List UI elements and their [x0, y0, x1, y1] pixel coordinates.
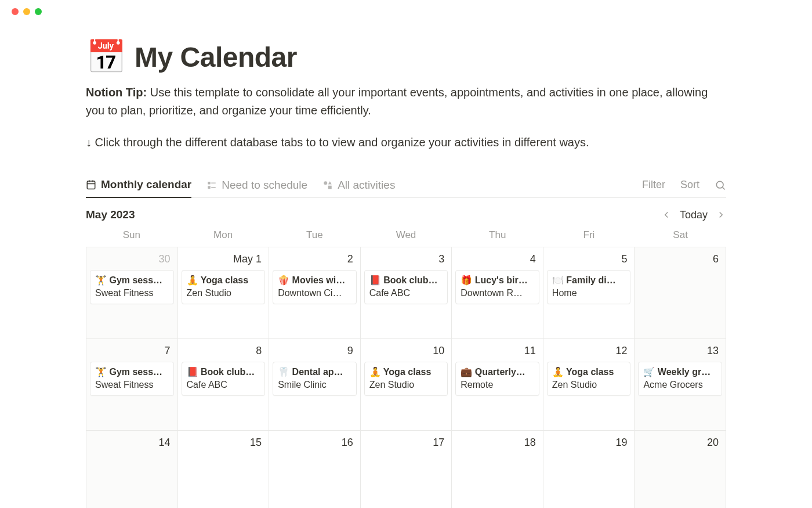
page-icon[interactable]: 📅 — [86, 41, 126, 73]
date-number: 7 — [90, 343, 174, 362]
fullscreen-window-button[interactable] — [35, 8, 42, 15]
minimize-window-button[interactable] — [23, 8, 30, 15]
event-card[interactable]: 🎁 Lucy's bir…Downtown R… — [455, 270, 539, 304]
tab-label: Need to schedule — [222, 179, 307, 192]
tip-label: Notion Tip: — [86, 86, 147, 99]
calendar-grid: 30🏋️ Gym sess…Sweat FitnessMay 1🧘 Yoga c… — [86, 247, 726, 508]
date-number: 6 — [638, 251, 722, 270]
date-number: 3 — [364, 251, 448, 270]
next-month-button[interactable] — [716, 210, 726, 220]
event-location: Cafe ABC — [187, 379, 260, 391]
event-card[interactable]: 🧘 Yoga classZen Studio — [364, 362, 448, 396]
date-number: 5 — [547, 251, 631, 270]
prev-month-button[interactable] — [661, 210, 672, 220]
date-number: 14 — [90, 434, 174, 453]
tab-monthly-calendar[interactable]: Monthly calendar — [86, 173, 191, 198]
date-number: May 1 — [182, 251, 266, 270]
today-button[interactable]: Today — [680, 209, 708, 221]
date-number: 20 — [638, 434, 722, 453]
calendar-cell[interactable]: 20 — [635, 431, 726, 508]
calendar-cell[interactable]: 4🎁 Lucy's bir…Downtown R… — [452, 247, 543, 339]
event-location: Sweat Fitness — [95, 287, 169, 300]
date-number: 16 — [273, 434, 357, 453]
event-card[interactable]: 🍿 Movies wi…Downtown Ci… — [273, 270, 357, 304]
event-location: Zen Studio — [187, 287, 260, 300]
event-title: 📕 Book club… — [369, 274, 443, 287]
dow-label: Tue — [269, 229, 360, 247]
tip-body: Use this template to consolidate all you… — [86, 86, 708, 117]
svg-rect-4 — [208, 182, 211, 185]
traffic-lights — [12, 8, 42, 15]
event-location: Smile Clinic — [278, 379, 351, 391]
calendar-cell[interactable]: 8📕 Book club…Cafe ABC — [178, 339, 270, 431]
tab-label: Monthly calendar — [101, 178, 191, 191]
event-location: Downtown Ci… — [278, 287, 351, 300]
calendar-cell[interactable]: May 1🧘 Yoga classZen Studio — [178, 247, 270, 339]
search-icon[interactable] — [715, 179, 726, 191]
date-number: 9 — [273, 343, 357, 362]
event-location: Zen Studio — [369, 379, 443, 391]
event-card[interactable]: 🧘 Yoga classZen Studio — [547, 362, 631, 396]
calendar-cell[interactable]: 18 — [452, 431, 543, 508]
event-location: Acme Grocers — [643, 379, 717, 391]
calendar-cell[interactable]: 11💼 Quarterly…Remote — [452, 339, 543, 431]
calendar-cell[interactable]: 6 — [635, 247, 726, 339]
event-card[interactable]: 🧘 Yoga classZen Studio — [182, 270, 266, 304]
calendar-cell[interactable]: 19 — [543, 431, 635, 508]
event-title: 🍽️ Family di… — [552, 274, 626, 287]
calendar-cell[interactable]: 5🍽️ Family di…Home — [543, 247, 635, 339]
date-number: 12 — [547, 343, 631, 362]
close-window-button[interactable] — [12, 8, 19, 15]
event-title: 🎁 Lucy's bir… — [461, 274, 534, 287]
calendar-cell[interactable]: 17 — [361, 431, 452, 508]
tab-need-to-schedule[interactable]: Need to schedule — [206, 172, 307, 197]
svg-marker-10 — [328, 181, 332, 184]
event-card[interactable]: 📕 Book club…Cafe ABC — [364, 270, 448, 304]
event-location: Downtown R… — [461, 287, 534, 300]
page-title[interactable]: My Calendar — [135, 41, 297, 73]
calendar-cell[interactable]: 3📕 Book club…Cafe ABC — [361, 247, 452, 339]
event-title: 🏋️ Gym sess… — [95, 274, 169, 287]
calendar-cell[interactable]: 30🏋️ Gym sess…Sweat Fitness — [86, 247, 178, 339]
svg-rect-0 — [87, 181, 95, 189]
svg-rect-9 — [328, 185, 332, 189]
tab-label: All activities — [338, 179, 395, 192]
subtip-text: ↓ Click through the different database t… — [86, 136, 726, 149]
calendar-cell[interactable]: 7🏋️ Gym sess…Sweat Fitness — [86, 339, 178, 431]
event-card[interactable]: 📕 Book club…Cafe ABC — [182, 362, 266, 396]
filter-button[interactable]: Filter — [642, 179, 665, 191]
calendar-cell[interactable]: 13🛒 Weekly gr…Acme Grocers — [635, 339, 726, 431]
dow-label: Mon — [177, 229, 269, 247]
event-card[interactable]: 🦷 Dental ap…Smile Clinic — [273, 362, 357, 396]
database-tabs: Monthly calendar Need to schedule All ac… — [86, 172, 726, 198]
svg-rect-7 — [212, 187, 216, 188]
tab-all-activities[interactable]: All activities — [322, 172, 395, 197]
event-card[interactable]: 🛒 Weekly gr…Acme Grocers — [638, 362, 722, 396]
calendar-cell[interactable]: 9🦷 Dental ap…Smile Clinic — [269, 339, 361, 431]
event-card[interactable]: 🏋️ Gym sess…Sweat Fitness — [90, 270, 174, 304]
event-card[interactable]: 💼 Quarterly…Remote — [455, 362, 539, 396]
dow-label: Fri — [543, 229, 635, 247]
calendar-cell[interactable]: 12🧘 Yoga classZen Studio — [543, 339, 635, 431]
event-location: Cafe ABC — [369, 287, 443, 300]
calendar-cell[interactable]: 14 — [86, 431, 178, 508]
calendar-cell[interactable]: 2🍿 Movies wi…Downtown Ci… — [269, 247, 361, 339]
date-number: 11 — [455, 343, 539, 362]
calendar-icon — [86, 179, 96, 190]
svg-rect-5 — [212, 182, 216, 183]
date-number: 13 — [638, 343, 722, 362]
calendar-cell[interactable]: 15 — [178, 431, 270, 508]
event-title: 🛒 Weekly gr… — [643, 366, 717, 379]
event-card[interactable]: 🏋️ Gym sess…Sweat Fitness — [90, 362, 174, 396]
event-title: 🍿 Movies wi… — [278, 274, 351, 287]
event-title: 🏋️ Gym sess… — [95, 366, 169, 379]
page-content: 📅 My Calendar Notion Tip: Use this templ… — [0, 23, 812, 508]
calendar-cell[interactable]: 10🧘 Yoga classZen Studio — [361, 339, 452, 431]
calendar-cell[interactable]: 16 — [269, 431, 361, 508]
shapes-icon — [322, 180, 333, 190]
dow-label: Thu — [452, 229, 543, 247]
sort-button[interactable]: Sort — [680, 179, 699, 191]
calendar-month-label: May 2023 — [86, 208, 135, 221]
event-card[interactable]: 🍽️ Family di…Home — [547, 270, 631, 304]
svg-point-11 — [716, 181, 723, 188]
